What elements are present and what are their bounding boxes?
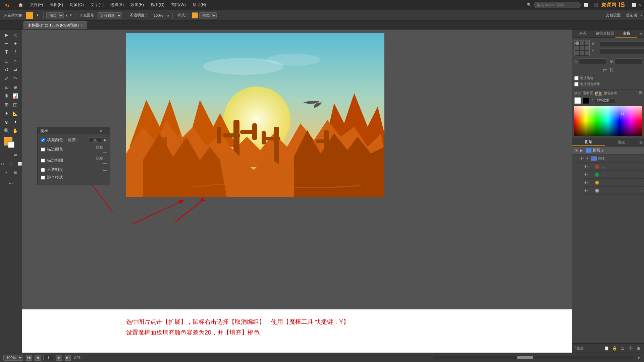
rotate-tool[interactable]: ↺ xyxy=(3,66,11,74)
transform-x-input[interactable] xyxy=(600,41,644,47)
point-shape-select[interactable]: 3 点圆形 xyxy=(98,12,122,18)
003-expand-icon[interactable]: ▼ xyxy=(586,157,590,160)
transform-angle-input[interactable] xyxy=(579,58,606,64)
gray-eye-icon[interactable]: 👁 xyxy=(583,188,588,193)
layer-item-green[interactable]: 👁 … ○ xyxy=(582,171,644,179)
mesh-tool[interactable]: ⊞ xyxy=(3,101,11,109)
direct-select-tool[interactable]: ◁ xyxy=(11,31,19,39)
opacity-checkbox[interactable] xyxy=(41,168,45,172)
first-page-btn[interactable]: |◀ xyxy=(26,355,32,361)
layer2-expand-icon[interactable]: ▶ xyxy=(580,148,584,152)
blend-tool[interactable]: ⊗ xyxy=(3,118,11,126)
stroke-color-checkbox[interactable] xyxy=(41,147,45,152)
prev-page-btn[interactable]: ◀ xyxy=(35,355,41,361)
menu-edit[interactable]: 编辑(E) xyxy=(47,1,66,8)
layer-item-layer2[interactable]: 👁 ▶ 图层 2 ○ xyxy=(572,146,644,155)
transform-flip-h-icon[interactable]: ⇄ xyxy=(603,67,607,73)
magic-wand-tool[interactable]: ✦ xyxy=(11,118,19,126)
zoom-select[interactable]: 100% 50% 200% xyxy=(3,355,23,361)
none-color[interactable]: □ xyxy=(3,151,11,159)
tab-close-btn[interactable]: × xyxy=(81,23,83,27)
layer-item-red[interactable]: 👁 … ○ xyxy=(582,163,644,171)
panel-minimize-icon[interactable]: ─ xyxy=(95,129,98,133)
black-swatch[interactable] xyxy=(582,97,589,104)
yellow-eye-icon[interactable]: 👁 xyxy=(583,180,588,185)
hex-color-input[interactable] xyxy=(595,98,615,103)
scale-tool[interactable]: ⤢ xyxy=(3,74,11,82)
transform-reference-grid[interactable] xyxy=(574,40,590,56)
white-swatch[interactable] xyxy=(574,97,581,104)
color-guide-label[interactable]: 颜色参考 xyxy=(604,91,617,96)
blend-mode-checkbox[interactable] xyxy=(41,176,45,180)
layer-item-yellow[interactable]: 👁 … ○ xyxy=(582,179,644,187)
gradient-tool[interactable]: ◫ xyxy=(11,101,19,109)
menu-window[interactable]: 窗口(W) xyxy=(168,1,188,8)
warp-tool[interactable]: 〜 xyxy=(11,74,19,82)
artboards-tab[interactable]: 画板 xyxy=(605,138,637,146)
maximize-icon[interactable]: ⬜ xyxy=(632,3,636,7)
pen-tool[interactable]: ✒ xyxy=(3,40,11,48)
gray-lock-icon[interactable]: ○ xyxy=(641,189,643,192)
panel-menu-icon[interactable]: ☰ xyxy=(104,129,107,133)
last-page-btn[interactable]: ▶| xyxy=(65,355,71,361)
expand-toolbar-btn[interactable]: ••• xyxy=(2,180,20,188)
measure-tool[interactable]: 📐 xyxy=(11,109,19,117)
shading-label[interactable]: 淡变 xyxy=(574,91,581,96)
panel-expand-icon[interactable]: ☰ xyxy=(639,91,642,96)
normal-mode[interactable]: ◻ xyxy=(0,160,6,168)
next-page-btn[interactable]: ▶ xyxy=(56,355,62,361)
new-layer-btn[interactable]: ➕ xyxy=(627,345,634,352)
full-screen-mode[interactable]: ⬛ xyxy=(7,160,15,168)
scroll-thumb[interactable] xyxy=(517,356,533,359)
stroke-width-checkbox[interactable] xyxy=(41,159,45,163)
menu-view[interactable]: 视图(Q) xyxy=(148,1,167,8)
more-tools[interactable]: ≡ xyxy=(3,168,11,176)
create-sublayer-btn[interactable]: 🔒 xyxy=(611,345,618,352)
make-clip-mask-btn[interactable]: 📋 xyxy=(603,345,610,352)
layer2-lock-icon[interactable]: ○ xyxy=(641,148,643,152)
menu-select[interactable]: 选择(S) xyxy=(108,1,126,8)
menu-home[interactable]: 🏠 xyxy=(15,2,26,8)
select-tool[interactable]: ▶ xyxy=(3,31,11,39)
close-icon[interactable]: ✕ xyxy=(638,3,641,7)
transform-shear-input[interactable] xyxy=(614,58,642,64)
tolerance-arrow[interactable]: ▶ xyxy=(104,138,107,142)
layer-item-003[interactable]: 👁 ▼ 003 ○ xyxy=(578,155,644,163)
menu-type[interactable]: 文字(T) xyxy=(88,1,106,8)
document-tab[interactable]: 未标题-1* @ 100% (RGB/预览) × xyxy=(23,21,87,29)
green-lock-icon[interactable]: ○ xyxy=(641,173,643,176)
scale-strokes-checkbox[interactable] xyxy=(574,76,579,80)
swap-colors[interactable]: ⇄ xyxy=(11,151,19,159)
search-input[interactable] xyxy=(534,2,581,8)
color-picker-gradient[interactable] xyxy=(574,106,642,136)
tolerance-input[interactable]: 20 xyxy=(89,137,102,143)
tab-align[interactable]: 对齐 xyxy=(572,29,594,38)
red-lock-icon[interactable]: ○ xyxy=(641,165,643,168)
right-panel-close[interactable]: ✕ xyxy=(637,29,644,38)
menu-help[interactable]: 帮助(H) xyxy=(190,1,209,8)
transparency-label[interactable]: 透明度 xyxy=(583,91,593,96)
transform-flip-v-icon[interactable]: ⇅ xyxy=(609,67,613,73)
layer2-eye-icon[interactable]: 👁 xyxy=(574,148,579,153)
scroll-right-arrow[interactable]: ▶ xyxy=(638,356,641,359)
menu-file[interactable]: 文件(F) xyxy=(27,1,46,8)
red-eye-icon[interactable]: 👁 xyxy=(583,164,588,169)
magic-wand-panel-header[interactable]: 魔棒 ─ ✕ ☰ xyxy=(38,127,110,134)
background-color[interactable] xyxy=(8,141,14,148)
line-tool[interactable]: / xyxy=(11,48,19,56)
illustration-container[interactable] xyxy=(126,33,384,197)
stroke-arrow[interactable]: ▾ xyxy=(35,12,41,18)
minimize-icon[interactable]: ─ xyxy=(627,3,630,7)
hand-tool[interactable]: ✋ xyxy=(11,127,19,135)
menu-object[interactable]: 对象(O) xyxy=(67,1,86,8)
preferences-btn[interactable]: 首选项 xyxy=(624,12,639,18)
tab-pathfinder[interactable]: 路径查找器 xyxy=(594,29,616,38)
column-graph-tool[interactable]: 📊 xyxy=(11,92,19,100)
003-lock-icon[interactable]: ○ xyxy=(641,157,643,160)
pref-arrow-icon[interactable]: ▾ xyxy=(640,13,642,17)
scale-effects-checkbox[interactable] xyxy=(574,82,579,86)
reflect-tool[interactable]: ⇄ xyxy=(11,66,19,74)
fill-color-swatch[interactable] xyxy=(26,12,33,19)
zoom-tool[interactable]: 🔍 xyxy=(3,127,11,135)
layer-item-gray[interactable]: 👁 … ○ xyxy=(582,187,644,195)
